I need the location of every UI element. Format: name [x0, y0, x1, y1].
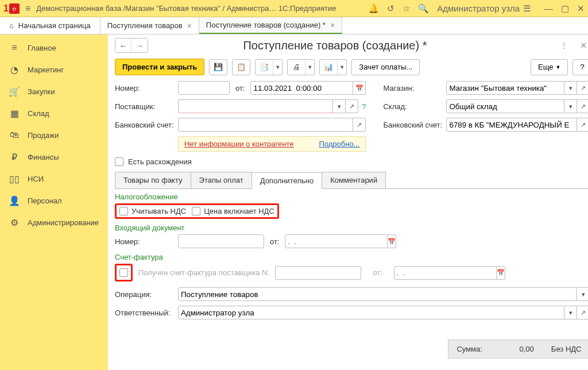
chevron-down-icon: ▼ — [556, 64, 561, 70]
close-icon[interactable]: ✕ — [577, 3, 585, 14]
label-number: Номер: — [115, 84, 178, 92]
open-icon[interactable]: ↗ — [577, 81, 588, 95]
nav-arrows: ← → — [115, 38, 148, 53]
discrepancies-label: Есть расхождения — [128, 157, 192, 166]
shop-input[interactable] — [446, 81, 564, 95]
dropdown-icon[interactable]: ▾ — [564, 306, 577, 319]
help-icon[interactable]: ? — [362, 102, 366, 111]
sidebar-item-sales[interactable]: 🛍Продажи — [0, 124, 108, 146]
number-input[interactable] — [178, 81, 230, 95]
star-icon[interactable]: ☆ — [403, 3, 410, 14]
label-supplier: Поставщик: — [115, 102, 178, 111]
tab-receipt-create[interactable]: Поступление товаров (создание) * × — [199, 17, 342, 34]
open-icon[interactable]: ↗ — [577, 306, 588, 319]
nav-back-button[interactable]: ← — [115, 38, 131, 52]
label-indoc-from: от: — [264, 237, 285, 246]
main-menu-icon[interactable]: ≡ — [25, 3, 30, 14]
sidebar-item-purchases[interactable]: 🛒Закупки — [0, 80, 108, 102]
warehouse-input[interactable] — [446, 99, 564, 113]
open-icon[interactable]: ↗ — [577, 118, 588, 132]
total-sum-value: 0,00 — [500, 345, 534, 353]
sidebar-item-hr[interactable]: 👤Персонал — [0, 190, 108, 211]
doc-toolbar: Провести и закрыть 💾 📋 📑▼ 🖨▼ 📊▼ Зачет оп… — [108, 56, 588, 81]
doc-menu-icon[interactable]: ⋮ — [556, 41, 571, 50]
bag-icon: 🛍 — [9, 130, 20, 140]
tab-close-icon[interactable]: × — [330, 21, 335, 30]
total-vat-label: Без НДС — [551, 345, 582, 353]
bell-icon[interactable]: 🔔 — [368, 3, 379, 14]
operation-input[interactable] — [178, 287, 578, 301]
report-icon: 📊 — [320, 60, 337, 75]
responsible-input[interactable] — [178, 306, 565, 319]
tab-home[interactable]: ⌂ Начальная страница — [0, 17, 100, 34]
submit-close-button[interactable]: Провести и закрыть — [115, 59, 204, 75]
date-input[interactable] — [250, 81, 353, 95]
dropdown-icon[interactable]: ▾ — [564, 81, 577, 95]
maximize-icon[interactable]: ▢ — [561, 3, 569, 14]
doc-header: ← → Поступление товаров (создание) * ⋮ × — [108, 34, 588, 56]
dropdown-icon[interactable]: ▾ — [333, 99, 346, 113]
titlebar-actions: 🔔 ↺ ☆ 🔍 Администратор узла ☰ — ▢ ✕ — [368, 3, 585, 14]
vat-highlight: Учитывать НДС Цена включает НДС — [115, 203, 279, 219]
sidebar-item-nsi[interactable]: ▯▯НСИ — [0, 168, 108, 190]
subtab-comment[interactable]: Комментарий — [322, 172, 386, 188]
calendar-icon: 📅 — [497, 266, 505, 280]
calendar-icon[interactable]: 📅 — [388, 234, 396, 248]
doc-close-icon[interactable]: × — [577, 40, 588, 52]
supplier-input[interactable] — [178, 99, 333, 113]
post-button[interactable]: 📋 — [232, 59, 250, 75]
dropdown-icon[interactable]: ▾ — [577, 287, 588, 301]
create-based-button[interactable]: 📑▼ — [255, 59, 283, 75]
vat-included-checkbox[interactable] — [192, 207, 200, 215]
indoc-number-input[interactable] — [178, 234, 264, 248]
calendar-icon[interactable]: 📅 — [353, 81, 366, 95]
minimize-icon[interactable]: — — [544, 3, 553, 14]
tab-close-icon[interactable]: × — [187, 21, 192, 30]
sidebar-item-finance[interactable]: ₽Финансы — [0, 146, 108, 168]
content-area: ← → Поступление товаров (создание) * ⋮ ×… — [108, 34, 588, 370]
dropdown-icon[interactable]: ▾ — [564, 99, 577, 113]
section-invoice: Счет-фактура — [115, 253, 588, 261]
open-icon[interactable]: ↗ — [577, 99, 588, 113]
chevron-down-icon[interactable]: ▼ — [273, 60, 282, 75]
user-menu[interactable]: Администратор узла ☰ — [437, 3, 531, 14]
print-button[interactable]: 🖨▼ — [287, 59, 315, 75]
subtab-goods[interactable]: Товары по факту — [115, 172, 191, 188]
history-icon[interactable]: ↺ — [387, 3, 394, 14]
sidebar-item-main[interactable]: ≡Главное — [0, 37, 108, 59]
warning-details-link[interactable]: Подробно... — [319, 140, 359, 148]
reports-button[interactable]: 📊▼ — [319, 59, 347, 75]
user-settings-icon[interactable]: ☰ — [523, 3, 531, 14]
print-icon: 🖨 — [288, 60, 305, 75]
person-icon: 👤 — [9, 195, 20, 206]
chevron-down-icon[interactable]: ▼ — [305, 60, 314, 75]
label-operation: Операция: — [115, 290, 178, 299]
subtab-payments[interactable]: Этапы оплат — [191, 172, 252, 188]
search-icon[interactable]: 🔍 — [418, 3, 429, 14]
discrepancies-checkbox[interactable] — [115, 157, 123, 166]
tab-receipts-list[interactable]: Поступления товаров × — [100, 17, 199, 34]
more-button[interactable]: Еще ▼ — [531, 59, 568, 75]
sidebar-item-warehouse[interactable]: ▦Склад — [0, 102, 108, 124]
help-button[interactable]: ? — [572, 59, 588, 75]
subtab-additional[interactable]: Дополнительно — [252, 172, 323, 189]
vat-account-checkbox[interactable] — [119, 207, 128, 215]
label-bank-acct: Банковский счет: — [115, 121, 178, 129]
bank-right-input[interactable] — [446, 118, 577, 132]
bank-left-input[interactable] — [178, 118, 354, 132]
subtabs: Товары по факту Этапы оплат Дополнительн… — [115, 172, 588, 189]
open-icon[interactable]: ↗ — [353, 118, 366, 132]
sidebar-item-admin[interactable]: ⚙Администрирование — [0, 211, 108, 233]
nav-forward-button[interactable]: → — [131, 38, 148, 52]
home-icon: ⌂ — [9, 21, 14, 30]
invoice-number-input — [275, 266, 361, 280]
sidebar-item-marketing[interactable]: ◔Маркетинг — [0, 59, 108, 80]
offset-button[interactable]: Зачет оплаты... — [351, 59, 420, 75]
chevron-down-icon[interactable]: ▼ — [337, 60, 346, 75]
indoc-date-input[interactable] — [285, 234, 388, 248]
open-icon[interactable]: ↗ — [346, 99, 358, 113]
invoice-received-checkbox[interactable] — [119, 268, 128, 277]
app-logo: 1℮ — [3, 3, 20, 14]
save-button[interactable]: 💾 — [209, 59, 227, 75]
chart-icon: ◔ — [9, 64, 20, 75]
